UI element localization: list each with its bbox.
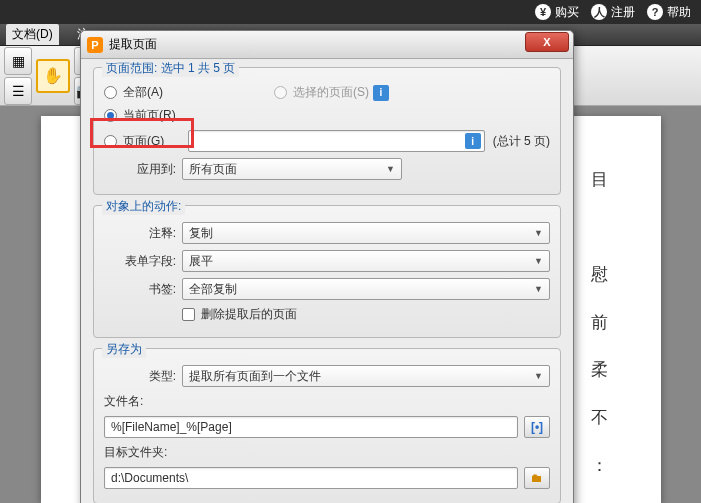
help-link[interactable]: ?帮助 [647, 4, 691, 21]
ribbon-btn-2[interactable]: ☰ [4, 77, 32, 105]
chevron-down-icon: ▼ [534, 284, 543, 294]
folder-label: 目标文件夹: [104, 444, 550, 461]
extract-pages-dialog: P 提取页面 X 页面范围: 选中 1 共 5 页 全部(A) 选择的页面(S)… [80, 30, 574, 503]
info-icon[interactable]: i [373, 85, 389, 101]
dialog-close-button[interactable]: X [525, 32, 569, 52]
yen-icon: ¥ [535, 4, 551, 20]
info-icon[interactable]: i [465, 133, 481, 149]
help-icon: ? [647, 4, 663, 20]
form-select[interactable]: 展平▼ [182, 250, 550, 272]
chevron-down-icon: ▼ [534, 371, 543, 381]
chevron-down-icon: ▼ [534, 228, 543, 238]
menu-document[interactable]: 文档(D) [6, 24, 59, 45]
chevron-down-icon: ▼ [386, 164, 395, 174]
apply-to-label: 应用到: [104, 161, 182, 178]
radio-pages[interactable]: 页面(G) [104, 133, 188, 150]
dialog-title-text: 提取页面 [109, 36, 157, 53]
pages-input[interactable]: i [188, 130, 485, 152]
annot-select[interactable]: 复制▼ [182, 222, 550, 244]
hand-tool-button[interactable]: ✋ [36, 59, 70, 93]
bookmark-select[interactable]: 全部复制▼ [182, 278, 550, 300]
chevron-down-icon: ▼ [534, 256, 543, 266]
total-pages-hint: (总计 5 页) [493, 133, 550, 150]
user-icon: 人 [591, 4, 607, 20]
dialog-titlebar[interactable]: P 提取页面 X [81, 31, 573, 59]
save-as-title: 另存为 [102, 341, 146, 358]
delete-after-checkbox[interactable]: 删除提取后的页面 [182, 306, 297, 323]
actions-title: 对象上的动作: [102, 198, 185, 215]
filename-input[interactable]: %[FileName]_%[Page] [104, 416, 518, 438]
save-type-select[interactable]: 提取所有页面到一个文件▼ [182, 365, 550, 387]
save-as-group: 另存为 类型:提取所有页面到一个文件▼ 文件名: %[FileName]_%[P… [93, 348, 561, 503]
page-range-group: 页面范围: 选中 1 共 5 页 全部(A) 选择的页面(S)i 当前页(R) … [93, 67, 561, 195]
radio-selected-pages: 选择的页面(S)i [274, 84, 389, 101]
radio-all-pages[interactable]: 全部(A) [104, 84, 274, 101]
buy-link[interactable]: ¥购买 [535, 4, 579, 21]
app-p-icon: P [87, 37, 103, 53]
app-top-bar: ¥购买 人注册 ?帮助 [0, 0, 701, 24]
object-actions-group: 对象上的动作: 注释:复制▼ 表单字段:展平▼ 书签:全部复制▼ 删除提取后的页… [93, 205, 561, 338]
ribbon-btn-1[interactable]: ▦ [4, 47, 32, 75]
apply-to-select[interactable]: 所有页面▼ [182, 158, 402, 180]
browse-folder-button[interactable]: 🖿 [524, 467, 550, 489]
folder-input[interactable]: d:\Documents\ [104, 467, 518, 489]
page-range-title: 页面范围: 选中 1 共 5 页 [102, 60, 239, 77]
filename-label: 文件名: [104, 393, 550, 410]
filename-macro-button[interactable]: [•] [524, 416, 550, 438]
register-link[interactable]: 人注册 [591, 4, 635, 21]
radio-current-page[interactable]: 当前页(R) [104, 107, 176, 124]
